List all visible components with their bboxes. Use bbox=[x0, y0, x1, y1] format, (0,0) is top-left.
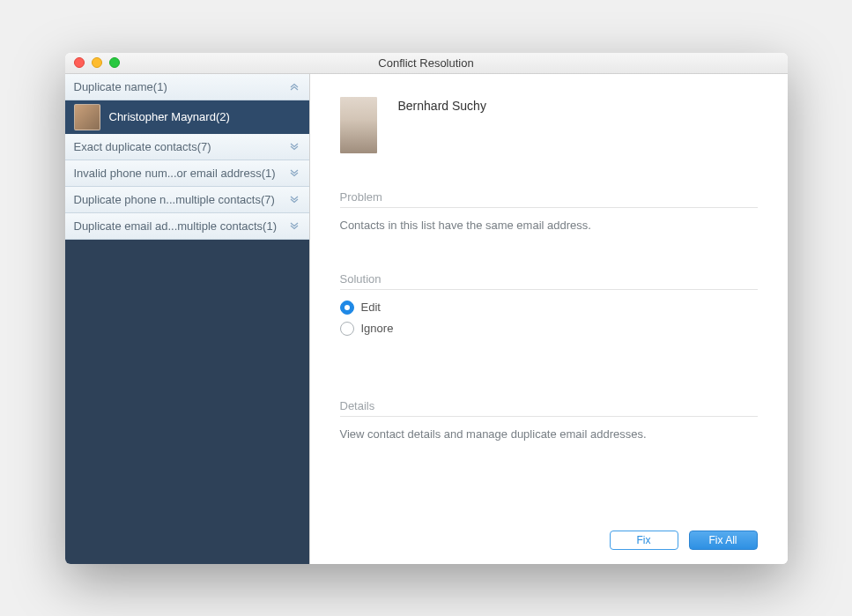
contact-header: Bernhard Suchy bbox=[340, 97, 758, 153]
sidebar-category-duplicate-phone[interactable]: Duplicate phone n...multiple contacts(7) bbox=[65, 187, 309, 213]
footer: Fix Fix All bbox=[340, 518, 758, 550]
details-text: View contact details and manage duplicat… bbox=[340, 427, 758, 441]
sidebar: Duplicate name(1) Christopher Maynard(2)… bbox=[65, 74, 310, 564]
solution-option-label: Ignore bbox=[361, 322, 394, 335]
minimize-icon[interactable] bbox=[92, 57, 102, 68]
sidebar-category-invalid-phone[interactable]: Invalid phone num...or email address(1) bbox=[65, 160, 309, 187]
chevron-down-icon bbox=[288, 193, 300, 205]
divider bbox=[340, 207, 758, 208]
fix-button[interactable]: Fix bbox=[610, 531, 678, 550]
chevron-down-icon bbox=[288, 219, 300, 232]
chevron-down-icon bbox=[288, 167, 300, 179]
solution-options: Edit Ignore bbox=[340, 301, 758, 336]
fix-all-button[interactable]: Fix All bbox=[689, 531, 758, 550]
solution-option-edit[interactable]: Edit bbox=[340, 301, 758, 315]
titlebar[interactable]: Conflict Resolution bbox=[65, 53, 788, 74]
sidebar-category-exact-duplicate[interactable]: Exact duplicate contacts(7) bbox=[65, 134, 309, 160]
window-body: Duplicate name(1) Christopher Maynard(2)… bbox=[65, 74, 788, 564]
contact-avatar bbox=[340, 97, 377, 153]
window-title: Conflict Resolution bbox=[65, 56, 788, 70]
sidebar-item-christopher-maynard[interactable]: Christopher Maynard(2) bbox=[65, 100, 309, 134]
sidebar-category-label: Duplicate name(1) bbox=[74, 80, 167, 93]
sidebar-category-label: Exact duplicate contacts(7) bbox=[74, 140, 211, 153]
divider bbox=[340, 416, 758, 417]
avatar bbox=[74, 104, 100, 130]
traffic-lights bbox=[65, 57, 120, 68]
sidebar-category-duplicate-email[interactable]: Duplicate email ad...multiple contacts(1… bbox=[65, 213, 309, 240]
details-label: Details bbox=[340, 399, 758, 412]
sidebar-category-label: Duplicate phone n...multiple contacts(7) bbox=[74, 193, 275, 206]
sidebar-category-label: Duplicate email ad...multiple contacts(1… bbox=[74, 219, 278, 233]
problem-text: Contacts in this list have the same emai… bbox=[340, 219, 758, 232]
main-panel: Bernhard Suchy Problem Contacts in this … bbox=[310, 74, 788, 564]
divider bbox=[340, 289, 758, 290]
conflict-resolution-window: Conflict Resolution Duplicate name(1) Ch… bbox=[65, 53, 788, 564]
maximize-icon[interactable] bbox=[109, 57, 120, 68]
sidebar-category-duplicate-name[interactable]: Duplicate name(1) bbox=[65, 74, 309, 100]
solution-option-ignore[interactable]: Ignore bbox=[340, 322, 758, 336]
radio-unchecked-icon bbox=[340, 322, 354, 336]
solution-option-label: Edit bbox=[361, 301, 381, 314]
chevron-up-icon bbox=[288, 80, 300, 93]
close-icon[interactable] bbox=[74, 57, 85, 68]
solution-label: Solution bbox=[340, 272, 758, 286]
chevron-down-icon bbox=[288, 140, 300, 152]
radio-checked-icon bbox=[340, 301, 354, 315]
contact-name: Bernhard Suchy bbox=[398, 97, 486, 113]
problem-label: Problem bbox=[340, 190, 758, 204]
sidebar-item-label: Christopher Maynard(2) bbox=[109, 110, 230, 123]
sidebar-category-label: Invalid phone num...or email address(1) bbox=[74, 167, 276, 180]
